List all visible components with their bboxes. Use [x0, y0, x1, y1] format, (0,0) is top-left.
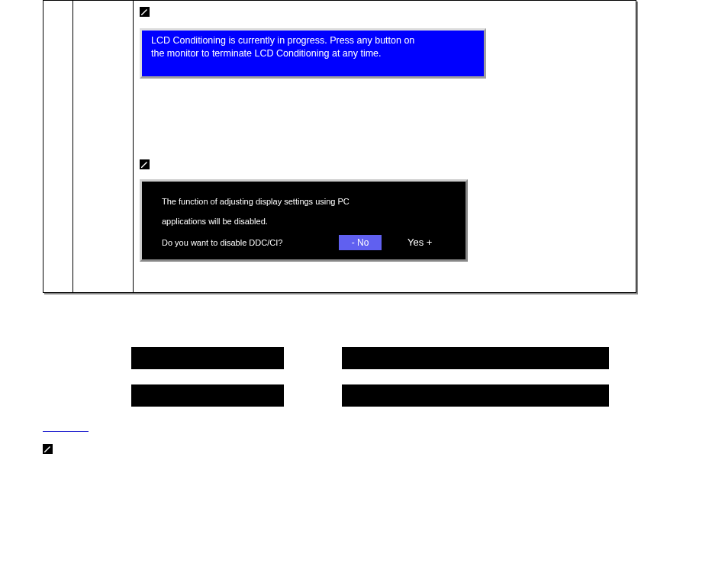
note-icon [43, 444, 53, 454]
lcd-conditioning-message: LCD Conditioning is currently in progres… [140, 28, 486, 79]
redacted-block-4 [342, 384, 609, 407]
no-button[interactable]: - No [339, 235, 382, 250]
lcd-message-line1: LCD Conditioning is currently in progres… [151, 35, 414, 46]
ddc-ci-disable-dialog: The function of adjusting display settin… [140, 179, 468, 262]
redacted-block-2 [342, 347, 609, 369]
ddc-question: Do you want to disable DDC/CI? [162, 238, 282, 247]
document-table: LCD Conditioning is currently in progres… [43, 0, 636, 293]
lcd-message-line2: the monitor to terminate LCD Conditionin… [151, 48, 382, 59]
table-col-2 [73, 1, 134, 292]
table-col-1 [43, 1, 73, 292]
ddc-line1: The function of adjusting display settin… [162, 197, 350, 206]
ddc-line2: applications will be disabled. [162, 217, 268, 226]
redacted-block-3 [131, 384, 284, 407]
table-col-3: LCD Conditioning is currently in progres… [134, 1, 636, 292]
note-icon [140, 159, 150, 169]
yes-button[interactable]: Yes + [407, 235, 432, 250]
link-underline [43, 431, 89, 432]
note-icon [140, 7, 150, 17]
redacted-block-1 [131, 347, 284, 369]
